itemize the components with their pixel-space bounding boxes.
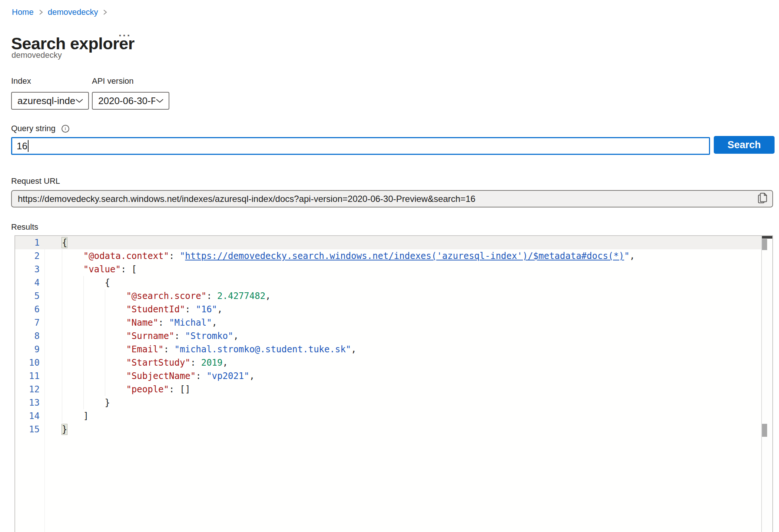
- line-number: 4: [15, 277, 40, 288]
- code-token: [62, 277, 105, 288]
- code-token: ,: [222, 358, 228, 368]
- code-token: "people": [126, 384, 169, 395]
- code-line: 15}: [15, 423, 762, 436]
- copy-button[interactable]: [758, 193, 768, 205]
- code-line: 7 "Name": "Michal",: [15, 316, 762, 329]
- line-number: 8: [15, 331, 40, 341]
- results-editor: 1{2 "@odata.context": "https://demovedec…: [14, 235, 773, 532]
- query-string-label: Query string i: [11, 124, 69, 133]
- code-token: "value": [83, 264, 121, 275]
- chevron-right-icon: [102, 9, 107, 16]
- index-label: Index: [11, 76, 31, 86]
- api-version-label: API version: [92, 76, 134, 86]
- code-token: "@search.score": [126, 291, 206, 301]
- code-token: 2019: [201, 358, 223, 368]
- code-token: ,: [212, 317, 217, 328]
- results-code-lines: 1{2 "@odata.context": "https://demovedec…: [15, 236, 762, 436]
- line-number: 2: [15, 251, 40, 261]
- code-line: 12 "people": []: [15, 383, 762, 396]
- code-token: 2.4277482: [217, 291, 265, 301]
- code-token: ": [624, 251, 629, 261]
- code-line: 13 }: [15, 396, 762, 409]
- line-number: 10: [15, 358, 40, 368]
- results-scrollbar[interactable]: [761, 236, 772, 532]
- code-token: [62, 304, 126, 315]
- code-token: "Surname": [126, 331, 174, 341]
- info-icon[interactable]: i: [62, 125, 69, 133]
- results-label: Results: [11, 222, 38, 232]
- code-token: [62, 291, 126, 301]
- code-token: [62, 411, 83, 421]
- request-url-label: Request URL: [11, 176, 60, 186]
- scrollbar-thumb[interactable]: [762, 424, 767, 437]
- line-number: 1: [15, 237, 40, 248]
- code-token: :: [169, 251, 180, 261]
- code-token: "Name": [126, 317, 158, 328]
- code-token: ,: [630, 251, 635, 261]
- code-token: "StartStudy": [126, 358, 190, 368]
- chevron-down-icon: [155, 98, 164, 103]
- page-subtitle: demovedecky: [11, 50, 62, 60]
- code-token: [62, 251, 83, 261]
- code-token: :: [196, 371, 206, 381]
- query-string-label-text: Query string: [11, 124, 56, 133]
- breadcrumb: Home demovedecky: [12, 7, 107, 17]
- code-line: 10 "StartStudy": 2019,: [15, 356, 762, 369]
- api-version-dropdown[interactable]: 2020-06-30-Pre...: [92, 92, 169, 110]
- query-string-input[interactable]: 16: [11, 137, 710, 155]
- request-url-field: https://demovedecky.search.windows.net/i…: [11, 190, 773, 207]
- code-token: "StudentId": [126, 304, 185, 315]
- code-token: ,: [217, 304, 222, 315]
- code-token: [62, 317, 126, 328]
- code-token: "vp2021": [206, 371, 249, 381]
- code-token: }: [105, 398, 110, 408]
- line-number: 9: [15, 344, 40, 355]
- code-line: 3 "value": [: [15, 263, 762, 276]
- code-token: :: [158, 317, 169, 328]
- code-token: []: [180, 384, 190, 395]
- code-token: "michal.stromko@.student.tuke.sk": [174, 344, 351, 355]
- index-dropdown[interactable]: azuresql-index: [11, 92, 89, 110]
- chevron-right-icon: [38, 9, 43, 16]
- code-token: "Stromko": [185, 331, 233, 341]
- line-number: 13: [15, 398, 40, 408]
- breadcrumb-home-link[interactable]: Home: [12, 7, 34, 17]
- code-token: {: [62, 237, 67, 248]
- code-token: :: [121, 264, 132, 275]
- line-number: 11: [15, 371, 40, 381]
- request-url-value: https://demovedecky.search.windows.net/i…: [18, 194, 755, 204]
- chevron-down-icon: [75, 98, 84, 103]
- code-token: }: [62, 424, 67, 435]
- code-token: :: [174, 331, 185, 341]
- scrollbar-thumb[interactable]: [762, 239, 767, 250]
- code-token: "16": [196, 304, 217, 315]
- code-token: [62, 331, 126, 341]
- line-number: 7: [15, 317, 40, 328]
- text-cursor: [28, 140, 29, 152]
- line-number: 3: [15, 264, 40, 275]
- search-button[interactable]: Search: [714, 136, 775, 154]
- more-options-button[interactable]: ···: [119, 30, 131, 41]
- line-number: 15: [15, 424, 40, 435]
- code-line: 6 "StudentId": "16",: [15, 303, 762, 316]
- code-line: 2 "@odata.context": "https://demovedecky…: [15, 249, 762, 263]
- code-token: :: [185, 304, 196, 315]
- code-token: [62, 384, 126, 395]
- code-token: ,: [351, 344, 356, 355]
- breadcrumb-service-link[interactable]: demovedecky: [48, 7, 98, 17]
- code-line: 14 ]: [15, 409, 762, 423]
- line-number: 12: [15, 384, 40, 395]
- code-line: 11 "SubjectName": "vp2021",: [15, 369, 762, 383]
- line-number: 5: [15, 291, 40, 301]
- code-token: :: [190, 358, 201, 368]
- code-token: [62, 344, 126, 355]
- code-token: "Email": [126, 344, 163, 355]
- line-number: 14: [15, 411, 40, 421]
- copy-icon: [758, 193, 768, 205]
- code-token: ,: [233, 331, 238, 341]
- code-line: 8 "Surname": "Stromko",: [15, 329, 762, 343]
- results-code-area[interactable]: 1{2 "@odata.context": "https://demovedec…: [15, 236, 762, 532]
- code-token: [: [132, 264, 137, 275]
- odata-context-link[interactable]: https://demovedecky.search.windows.net/i…: [185, 251, 624, 261]
- code-token: {: [105, 277, 110, 288]
